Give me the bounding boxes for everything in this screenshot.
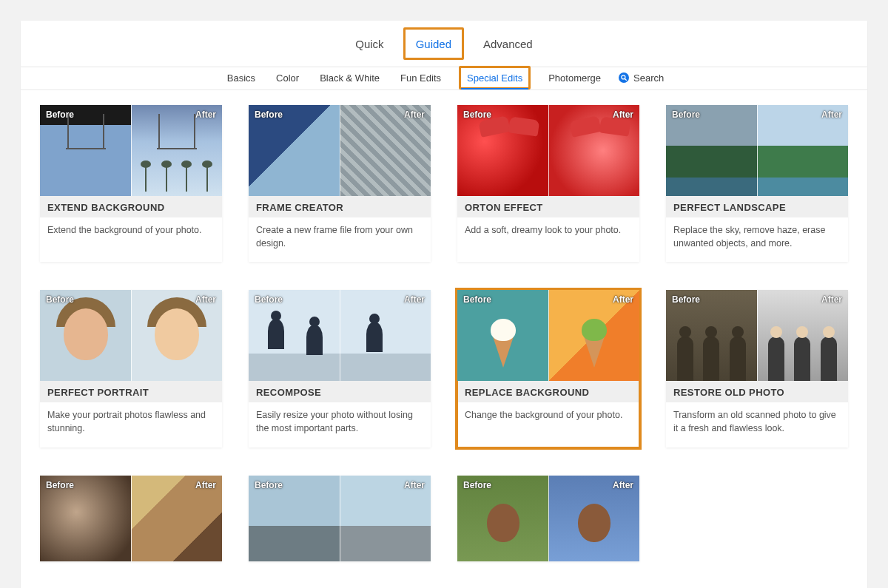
after-label: After	[404, 480, 425, 490]
card-thumb: Before After	[249, 105, 431, 196]
card-restore-old-photo[interactable]: Before After RESTORE OLD PHOTO Transform…	[666, 290, 848, 447]
after-label: After	[613, 109, 633, 120]
before-label: Before	[463, 109, 491, 120]
card-title: RESTORE OLD PHOTO	[666, 381, 848, 402]
card-thumb: Before After	[249, 476, 431, 561]
after-label: After	[195, 294, 216, 305]
card-thumb: Before After	[457, 290, 639, 381]
before-label: Before	[255, 480, 283, 490]
card-thumb: Before After	[40, 290, 222, 381]
card-thumb: Before After	[457, 476, 639, 561]
card-title: ORTON EFFECT	[457, 196, 639, 217]
category-tab-bar: Basics Color Black & White Fun Edits Spe…	[21, 67, 867, 90]
card-recompose[interactable]: Before After RECOMPOSE Easily resize you…	[249, 290, 431, 447]
after-label: After	[821, 294, 842, 305]
card-desc: Easily resize your photo without losing …	[249, 402, 431, 447]
card-extend-background[interactable]: Before After EXTEND BACKGROUND Extend th…	[40, 105, 222, 262]
card-row3-c[interactable]: Before After	[457, 476, 639, 561]
svg-point-0	[622, 75, 625, 79]
before-label: Before	[46, 109, 74, 120]
after-label: After	[195, 109, 216, 120]
card-title: REPLACE BACKGROUND	[457, 381, 639, 402]
card-title: PERFECT PORTRAIT	[40, 381, 222, 402]
mode-tab-advanced[interactable]: Advanced	[476, 30, 540, 58]
before-label: Before	[255, 294, 283, 305]
card-desc: Add a soft, dreamy look to your photo.	[457, 217, 639, 249]
card-desc: Replace the sky, remove haze, erase unwa…	[666, 217, 848, 262]
mode-tab-guided[interactable]: Guided	[403, 27, 464, 60]
subtab-special-edits[interactable]: Special Edits	[459, 66, 531, 89]
card-desc: Extend the background of your photo.	[40, 217, 222, 249]
card-desc: Create a new frame file from your own de…	[249, 217, 431, 262]
card-thumb: Before After	[249, 290, 431, 381]
search-button[interactable]: Search	[619, 72, 664, 84]
card-desc: Change the background of your photo.	[457, 402, 639, 433]
svg-line-1	[625, 78, 627, 81]
card-replace-background[interactable]: Before After REPLACE BACKGROUND Change t…	[457, 290, 639, 447]
before-label: Before	[255, 109, 283, 120]
card-orton-effect[interactable]: Before After ORTON EFFECT Add a soft, dr…	[457, 105, 639, 262]
card-thumb: Before After	[666, 290, 848, 381]
card-frame-creator[interactable]: Before After FRAME CREATOR Create a new …	[249, 105, 431, 262]
card-grid: Before After EXTEND BACKGROUND Extend th…	[47, 105, 841, 561]
search-icon	[619, 72, 629, 83]
after-label: After	[821, 109, 842, 120]
card-thumb: Before After	[40, 476, 222, 561]
card-title: EXTEND BACKGROUND	[40, 196, 222, 217]
before-label: Before	[46, 294, 74, 305]
card-desc: Make your portrait photos flawless and s…	[40, 402, 222, 447]
card-row3-a[interactable]: Before After	[40, 476, 222, 561]
after-label: After	[613, 294, 633, 305]
before-label: Before	[672, 109, 700, 120]
card-title: PERFECT LANDSCAPE	[666, 196, 848, 217]
subtab-fun-edits[interactable]: Fun Edits	[397, 69, 444, 87]
before-label: Before	[463, 480, 491, 490]
search-label: Search	[633, 72, 664, 84]
mode-tab-bar: Quick Guided Advanced	[21, 21, 867, 67]
card-thumb: Before After	[40, 105, 222, 196]
after-label: After	[404, 294, 425, 305]
subtab-photomerge[interactable]: Photomerge	[545, 69, 604, 87]
subtab-color[interactable]: Color	[273, 69, 302, 87]
card-title: FRAME CREATOR	[249, 196, 431, 217]
subtab-black-white[interactable]: Black & White	[317, 69, 383, 87]
card-grid-wrapper: Before After EXTEND BACKGROUND Extend th…	[21, 90, 867, 588]
after-label: After	[404, 109, 425, 120]
card-thumb: Before After	[457, 105, 639, 196]
card-thumb: Before After	[666, 105, 848, 196]
card-perfect-portrait[interactable]: Before After PERFECT PORTRAIT Make your …	[40, 290, 222, 447]
mode-tab-quick[interactable]: Quick	[348, 30, 391, 58]
guided-edit-panel: Quick Guided Advanced Basics Color Black…	[21, 21, 867, 588]
card-desc: Transform an old scanned photo to give i…	[666, 402, 848, 447]
after-label: After	[195, 480, 216, 490]
before-label: Before	[672, 294, 700, 305]
card-title: RECOMPOSE	[249, 381, 431, 402]
before-label: Before	[463, 294, 491, 305]
subtab-basics[interactable]: Basics	[224, 69, 258, 87]
card-perfect-landscape[interactable]: Before After PERFECT LANDSCAPE Replace t…	[666, 105, 848, 262]
card-row3-b[interactable]: Before After	[249, 476, 431, 561]
before-label: Before	[46, 480, 74, 490]
after-label: After	[613, 480, 633, 490]
